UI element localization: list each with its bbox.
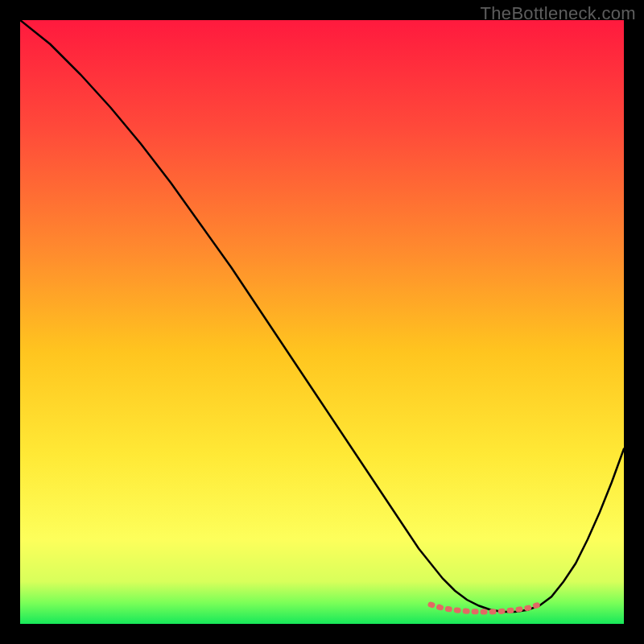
watermark-label: TheBottleneck.com [481,3,636,24]
gradient-background [20,20,624,624]
chart-frame: TheBottleneck.com [0,0,644,644]
bottleneck-chart [20,20,624,624]
